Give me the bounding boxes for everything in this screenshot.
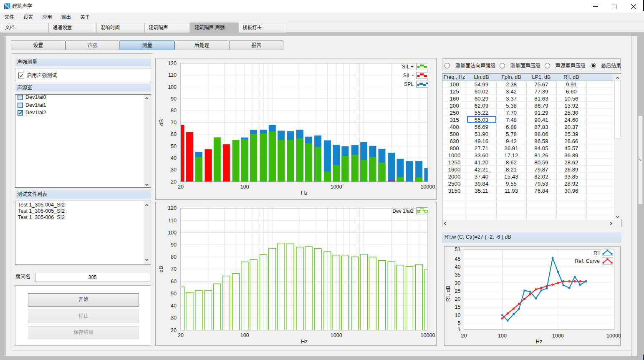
- svg-text:40: 40: [171, 155, 177, 161]
- svg-text:50: 50: [171, 291, 177, 297]
- svg-text:Ref. Curve: Ref. Curve: [575, 258, 600, 264]
- svg-text:40: 40: [455, 264, 460, 270]
- svg-text:120: 120: [168, 205, 177, 211]
- svg-text:10: 10: [455, 312, 460, 318]
- svg-text:50: 50: [171, 143, 177, 149]
- svg-text:Hz: Hz: [535, 338, 542, 345]
- svg-text:20: 20: [171, 327, 177, 333]
- svg-text:5: 5: [457, 320, 460, 326]
- svg-text:10000: 10000: [421, 332, 435, 338]
- svg-text:SIL +: SIL +: [402, 64, 414, 70]
- svg-text:SPL: SPL: [404, 81, 414, 87]
- svg-text:90: 90: [171, 242, 177, 248]
- svg-text:20: 20: [178, 332, 184, 338]
- svg-text:80: 80: [171, 108, 177, 113]
- svg-text:100: 100: [240, 184, 249, 190]
- svg-text:SIL -: SIL -: [403, 73, 414, 78]
- svg-text:dB: dB: [158, 119, 164, 126]
- svg-text:35: 35: [455, 272, 460, 278]
- svg-text:100: 100: [168, 84, 177, 90]
- svg-text:Hz: Hz: [301, 190, 308, 196]
- svg-text:Hz: Hz: [301, 338, 308, 345]
- svg-text:60: 60: [171, 131, 177, 137]
- svg-text:110: 110: [168, 218, 177, 224]
- svg-text:dB: dB: [158, 266, 164, 272]
- svg-text:30: 30: [171, 315, 177, 321]
- svg-text:20: 20: [171, 179, 177, 185]
- svg-text:30: 30: [455, 280, 460, 286]
- svg-text:1000: 1000: [552, 333, 563, 339]
- svg-text:110: 110: [168, 72, 177, 78]
- svg-text:Dev 1/ai2: Dev 1/ai2: [392, 208, 414, 214]
- svg-text:20: 20: [178, 184, 184, 190]
- svg-text:1: 1: [457, 327, 460, 332]
- svg-text:80: 80: [171, 254, 177, 260]
- svg-text:60: 60: [171, 279, 177, 284]
- svg-text:100: 100: [498, 333, 507, 339]
- svg-text:51: 51: [455, 247, 460, 252]
- svg-text:30: 30: [171, 167, 177, 173]
- svg-text:R'I: R'I: [593, 250, 600, 256]
- svg-text:R'I, dB: R'I, dB: [445, 286, 451, 302]
- svg-text:40: 40: [171, 303, 177, 309]
- svg-text:70: 70: [171, 266, 177, 272]
- svg-text:10000: 10000: [606, 333, 621, 339]
- svg-text:120: 120: [168, 60, 177, 66]
- svg-text:25: 25: [455, 288, 460, 294]
- svg-text:1000: 1000: [331, 184, 342, 190]
- svg-text:100: 100: [240, 332, 249, 338]
- svg-text:20: 20: [461, 333, 467, 339]
- svg-text:45: 45: [455, 256, 460, 262]
- svg-text:20: 20: [455, 296, 460, 302]
- svg-text:1000: 1000: [331, 332, 342, 338]
- svg-text:70: 70: [171, 120, 177, 126]
- svg-text:15: 15: [455, 304, 460, 310]
- svg-text:100: 100: [168, 230, 177, 236]
- svg-text:90: 90: [171, 96, 177, 102]
